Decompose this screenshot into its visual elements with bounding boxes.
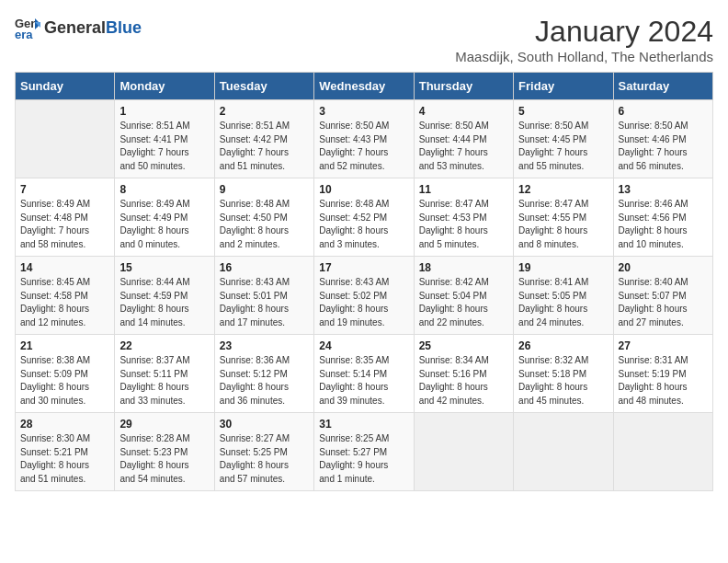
day-info: Sunrise: 8:25 AM Sunset: 5:27 PM Dayligh… — [319, 432, 408, 486]
weekday-header-saturday: Saturday — [613, 73, 712, 100]
day-number: 12 — [518, 183, 608, 196]
day-number: 25 — [419, 339, 508, 352]
day-number: 5 — [518, 105, 608, 118]
day-info: Sunrise: 8:35 AM Sunset: 5:14 PM Dayligh… — [319, 354, 408, 408]
calendar-cell: 15Sunrise: 8:44 AM Sunset: 4:59 PM Dayli… — [115, 257, 214, 335]
day-info: Sunrise: 8:47 AM Sunset: 4:55 PM Dayligh… — [518, 198, 608, 251]
calendar-cell: 14Sunrise: 8:45 AM Sunset: 4:58 PM Dayli… — [16, 257, 115, 335]
day-info: Sunrise: 8:28 AM Sunset: 5:23 PM Dayligh… — [119, 432, 209, 486]
day-number: 15 — [119, 261, 209, 274]
calendar-cell: 13Sunrise: 8:46 AM Sunset: 4:56 PM Dayli… — [613, 178, 712, 257]
day-info: Sunrise: 8:50 AM Sunset: 4:46 PM Dayligh… — [619, 120, 708, 173]
calendar-cell — [16, 100, 115, 178]
day-info: Sunrise: 8:40 AM Sunset: 5:07 PM Dayligh… — [619, 276, 708, 329]
calendar-cell: 3Sunrise: 8:50 AM Sunset: 4:43 PM Daylig… — [314, 100, 414, 178]
weekday-header-monday: Monday — [115, 73, 214, 100]
day-number: 21 — [20, 339, 109, 352]
day-number: 16 — [220, 261, 309, 274]
weekday-header-thursday: Thursday — [414, 73, 513, 100]
day-number: 18 — [419, 261, 508, 274]
weekday-header-row: SundayMondayTuesdayWednesdayThursdayFrid… — [16, 73, 713, 100]
day-number: 9 — [220, 183, 309, 196]
day-info: Sunrise: 8:50 AM Sunset: 4:45 PM Dayligh… — [518, 120, 608, 173]
day-number: 22 — [119, 339, 209, 352]
logo-blue: Blue — [106, 18, 142, 37]
day-info: Sunrise: 8:36 AM Sunset: 5:12 PM Dayligh… — [220, 354, 309, 408]
logo-icon: Gen era — [15, 15, 40, 40]
day-number: 30 — [220, 418, 309, 431]
page-header: Gen era GeneralBlue January 2024 Maasdij… — [15, 15, 713, 64]
day-number: 11 — [419, 183, 508, 196]
calendar-cell: 5Sunrise: 8:50 AM Sunset: 4:45 PM Daylig… — [514, 100, 613, 178]
logo: Gen era GeneralBlue — [15, 15, 142, 40]
day-info: Sunrise: 8:48 AM Sunset: 4:50 PM Dayligh… — [220, 198, 309, 251]
calendar-cell: 29Sunrise: 8:28 AM Sunset: 5:23 PM Dayli… — [115, 413, 214, 491]
calendar-cell: 8Sunrise: 8:49 AM Sunset: 4:49 PM Daylig… — [115, 178, 214, 257]
calendar-cell: 6Sunrise: 8:50 AM Sunset: 4:46 PM Daylig… — [613, 100, 712, 178]
calendar-cell: 17Sunrise: 8:43 AM Sunset: 5:02 PM Dayli… — [314, 257, 414, 335]
calendar-cell: 27Sunrise: 8:31 AM Sunset: 5:19 PM Dayli… — [613, 335, 712, 413]
calendar-cell: 12Sunrise: 8:47 AM Sunset: 4:55 PM Dayli… — [514, 178, 613, 257]
day-info: Sunrise: 8:46 AM Sunset: 4:56 PM Dayligh… — [619, 198, 708, 251]
calendar-cell: 16Sunrise: 8:43 AM Sunset: 5:01 PM Dayli… — [214, 257, 313, 335]
calendar-cell: 19Sunrise: 8:41 AM Sunset: 5:05 PM Dayli… — [514, 257, 613, 335]
day-number: 31 — [319, 418, 408, 431]
day-number: 20 — [619, 261, 708, 274]
day-info: Sunrise: 8:51 AM Sunset: 4:41 PM Dayligh… — [119, 120, 209, 173]
day-number: 7 — [20, 183, 109, 196]
day-info: Sunrise: 8:44 AM Sunset: 4:59 PM Dayligh… — [119, 276, 209, 329]
calendar-cell: 25Sunrise: 8:34 AM Sunset: 5:16 PM Dayli… — [414, 335, 513, 413]
title-area: January 2024 Maasdijk, South Holland, Th… — [455, 15, 713, 64]
calendar-cell: 30Sunrise: 8:27 AM Sunset: 5:25 PM Dayli… — [214, 413, 313, 491]
day-number: 26 — [518, 339, 608, 352]
calendar-week-3: 14Sunrise: 8:45 AM Sunset: 4:58 PM Dayli… — [16, 257, 713, 335]
calendar-cell: 22Sunrise: 8:37 AM Sunset: 5:11 PM Dayli… — [115, 335, 214, 413]
day-info: Sunrise: 8:43 AM Sunset: 5:02 PM Dayligh… — [319, 276, 408, 329]
calendar-cell: 1Sunrise: 8:51 AM Sunset: 4:41 PM Daylig… — [115, 100, 214, 178]
day-number: 23 — [220, 339, 309, 352]
calendar-cell: 4Sunrise: 8:50 AM Sunset: 4:44 PM Daylig… — [414, 100, 513, 178]
calendar-week-2: 7Sunrise: 8:49 AM Sunset: 4:48 PM Daylig… — [16, 178, 713, 257]
day-info: Sunrise: 8:42 AM Sunset: 5:04 PM Dayligh… — [419, 276, 508, 329]
day-info: Sunrise: 8:32 AM Sunset: 5:18 PM Dayligh… — [518, 354, 608, 408]
day-number: 4 — [419, 105, 508, 118]
day-info: Sunrise: 8:38 AM Sunset: 5:09 PM Dayligh… — [20, 354, 109, 408]
calendar-week-5: 28Sunrise: 8:30 AM Sunset: 5:21 PM Dayli… — [16, 413, 713, 491]
day-number: 28 — [20, 418, 109, 431]
day-number: 14 — [20, 261, 109, 274]
logo-text: GeneralBlue — [44, 19, 142, 37]
calendar-title: January 2024 — [455, 15, 713, 49]
calendar-cell: 23Sunrise: 8:36 AM Sunset: 5:12 PM Dayli… — [214, 335, 313, 413]
day-info: Sunrise: 8:45 AM Sunset: 4:58 PM Dayligh… — [20, 276, 109, 329]
day-info: Sunrise: 8:34 AM Sunset: 5:16 PM Dayligh… — [419, 354, 508, 408]
calendar-cell — [414, 413, 513, 491]
calendar-cell: 21Sunrise: 8:38 AM Sunset: 5:09 PM Dayli… — [16, 335, 115, 413]
weekday-header-friday: Friday — [514, 73, 613, 100]
day-info: Sunrise: 8:51 AM Sunset: 4:42 PM Dayligh… — [220, 120, 309, 173]
day-info: Sunrise: 8:30 AM Sunset: 5:21 PM Dayligh… — [20, 432, 109, 486]
day-info: Sunrise: 8:49 AM Sunset: 4:49 PM Dayligh… — [119, 198, 209, 251]
day-info: Sunrise: 8:31 AM Sunset: 5:19 PM Dayligh… — [619, 354, 708, 408]
day-info: Sunrise: 8:27 AM Sunset: 5:25 PM Dayligh… — [220, 432, 309, 486]
calendar-week-1: 1Sunrise: 8:51 AM Sunset: 4:41 PM Daylig… — [16, 100, 713, 178]
calendar-cell — [613, 413, 712, 491]
day-number: 3 — [319, 105, 408, 118]
day-number: 2 — [220, 105, 309, 118]
day-number: 29 — [119, 418, 209, 431]
day-number: 17 — [319, 261, 408, 274]
logo-general: General — [44, 18, 106, 37]
day-number: 8 — [119, 183, 209, 196]
day-info: Sunrise: 8:41 AM Sunset: 5:05 PM Dayligh… — [518, 276, 608, 329]
calendar-cell: 7Sunrise: 8:49 AM Sunset: 4:48 PM Daylig… — [16, 178, 115, 257]
day-number: 13 — [619, 183, 708, 196]
day-number: 10 — [319, 183, 408, 196]
calendar-cell: 11Sunrise: 8:47 AM Sunset: 4:53 PM Dayli… — [414, 178, 513, 257]
day-info: Sunrise: 8:43 AM Sunset: 5:01 PM Dayligh… — [220, 276, 309, 329]
calendar-cell: 9Sunrise: 8:48 AM Sunset: 4:50 PM Daylig… — [214, 178, 313, 257]
day-info: Sunrise: 8:50 AM Sunset: 4:44 PM Dayligh… — [419, 120, 508, 173]
day-number: 24 — [319, 339, 408, 352]
calendar-cell: 24Sunrise: 8:35 AM Sunset: 5:14 PM Dayli… — [314, 335, 414, 413]
day-info: Sunrise: 8:48 AM Sunset: 4:52 PM Dayligh… — [319, 198, 408, 251]
calendar-cell — [514, 413, 613, 491]
weekday-header-sunday: Sunday — [16, 73, 115, 100]
